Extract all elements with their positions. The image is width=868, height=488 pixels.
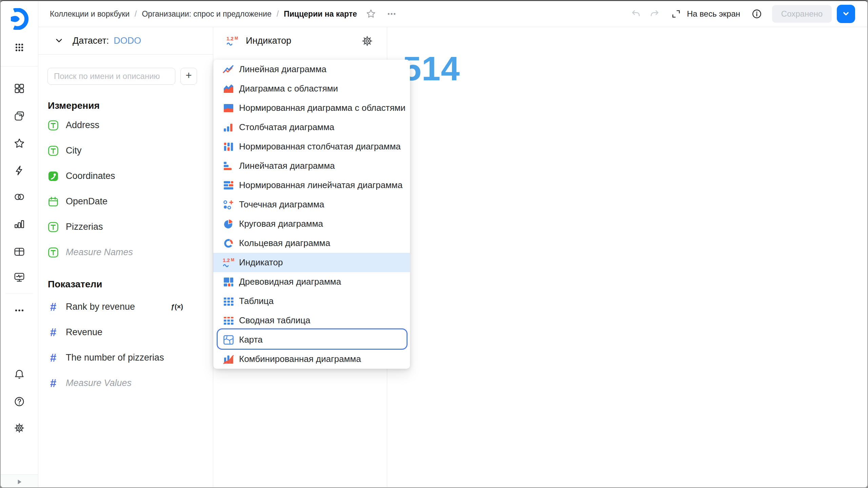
pivot-table-icon: [222, 314, 235, 327]
menu-item-line-chart[interactable]: Линейная диаграмма: [213, 60, 410, 79]
menu-item-donut-chart[interactable]: Кольцевая диаграмма: [213, 233, 410, 253]
field-row-revenue[interactable]: Revenue: [38, 320, 213, 345]
indicator-icon: 1.2 M: [226, 35, 240, 47]
sidebar-item-favorites[interactable]: [14, 138, 25, 149]
normalized-area-chart-icon: [222, 102, 235, 114]
chart-type-selector[interactable]: 1.2 M Индикатор: [213, 27, 387, 55]
sidebar-item-collections[interactable]: [14, 110, 25, 122]
field-label: Measure Names: [66, 247, 133, 258]
notifications-bell-icon[interactable]: [14, 369, 25, 380]
sidebar-item-workbooks[interactable]: [14, 83, 25, 94]
indicator-icon: 1.2 M: [222, 257, 236, 268]
chart-preview-area: 514: [387, 27, 867, 487]
field-label: Measure Values: [66, 378, 132, 388]
sidebar-divider: [5, 293, 33, 293]
text-field-icon: [48, 145, 59, 156]
bar-chart-icon: [222, 160, 235, 172]
dataset-label: Датасет:: [73, 36, 109, 46]
menu-item-normalized-area-chart[interactable]: Нормированная диаграмма с областями: [213, 98, 410, 118]
sidebar-item-connections[interactable]: [14, 191, 25, 203]
fullscreen-button[interactable]: На весь экран: [687, 9, 740, 19]
info-icon[interactable]: [752, 9, 762, 19]
field-row-city[interactable]: City: [38, 138, 213, 163]
text-field-icon: [48, 120, 59, 131]
collapse-arrow-icon: [15, 478, 23, 486]
menu-item-area-chart[interactable]: Диаграмма с областями: [213, 79, 410, 98]
sidebar-item-quick-actions[interactable]: [14, 165, 25, 176]
sidebar-item-charts[interactable]: [14, 218, 25, 229]
breadcrumb-item[interactable]: Организации: спрос и предложение: [142, 9, 271, 19]
field-row-opendate[interactable]: OpenDate: [38, 189, 213, 214]
dataset-header: Датасет: DODO: [38, 27, 213, 55]
menu-item-normalized-column-chart[interactable]: Нормированная столбчатая диаграмма: [213, 137, 410, 156]
datalens-logo-icon[interactable]: [8, 8, 30, 30]
field-label: Coordinates: [66, 171, 115, 181]
svg-text:1.2: 1.2: [223, 257, 230, 263]
menu-item-normalized-bar-chart[interactable]: Нормированная линейчатая диаграмма: [213, 176, 410, 195]
field-row-address[interactable]: Address: [38, 113, 213, 138]
breadcrumb-item[interactable]: Коллекции и воркбуки: [50, 9, 130, 19]
menu-item-label: Карта: [239, 334, 263, 345]
field-row-measure-values[interactable]: Measure Values: [38, 370, 213, 396]
menu-item-label: Индикатор: [239, 257, 283, 268]
menu-item-label: Сводная таблица: [239, 315, 310, 326]
menu-item-indicator[interactable]: 1.2 M Индикатор: [213, 253, 410, 272]
normalized-bar-chart-icon: [222, 179, 235, 191]
formula-icon: ƒ(×): [171, 303, 183, 311]
treemap-chart-icon: [222, 276, 235, 288]
expand-icon[interactable]: [671, 9, 681, 19]
menu-item-bar-chart[interactable]: Линейчатая диаграмма: [213, 156, 410, 176]
redo-icon[interactable]: [650, 9, 660, 19]
apps-grid-icon[interactable]: [14, 42, 25, 53]
favorite-star-icon[interactable]: [366, 9, 376, 19]
fields-search-input[interactable]: [47, 68, 175, 85]
sidebar-item-more[interactable]: [14, 305, 25, 316]
field-label: Revenue: [66, 327, 102, 338]
field-row-number-of-pizzerias[interactable]: The number of pizzerias: [38, 345, 213, 370]
menu-item-label: Древовидная диаграмма: [239, 277, 341, 287]
menu-item-treemap-chart[interactable]: Древовидная диаграмма: [213, 272, 410, 291]
datalens-app: Коллекции и воркбуки / Организации: спро…: [0, 0, 868, 488]
chart-type-menu: Линейная диаграмма Диаграмма с областями…: [213, 60, 410, 369]
sidebar-collapse-button[interactable]: [1, 474, 38, 488]
field-row-rank-by-revenue[interactable]: Rank by revenue ƒ(×): [38, 294, 213, 320]
undo-icon[interactable]: [631, 9, 641, 19]
menu-item-pivot-table[interactable]: Сводная таблица: [213, 311, 410, 330]
svg-text:M: M: [231, 258, 234, 262]
field-label: Pizzerias: [66, 222, 103, 232]
help-icon[interactable]: [14, 396, 25, 407]
dataset-name-link[interactable]: DODO: [114, 36, 141, 46]
chart-type-current-label: Индикатор: [246, 36, 291, 46]
field-label: Address: [66, 120, 99, 130]
table-icon: [222, 295, 235, 307]
dimensions-title: Измерения: [48, 100, 213, 111]
sidebar-divider: [1, 66, 38, 66]
svg-text:1.2: 1.2: [226, 36, 234, 41]
menu-item-pie-chart[interactable]: Круговая диаграмма: [213, 214, 410, 233]
menu-item-table[interactable]: Таблица: [213, 291, 410, 311]
dataset-panel: Датасет: DODO + Измерения Address: [38, 27, 213, 487]
menu-item-scatter-chart[interactable]: Точечная диаграмма: [213, 195, 410, 214]
menu-item-label: Таблица: [239, 296, 274, 306]
line-chart-icon: [222, 63, 235, 76]
number-field-icon: [48, 327, 59, 338]
field-label: OpenDate: [66, 196, 107, 207]
field-row-measure-names[interactable]: Measure Names: [38, 240, 213, 265]
menu-item-combo-chart[interactable]: Комбинированная диаграмма: [213, 349, 410, 369]
menu-item-label: Нормированная диаграмма с областями: [239, 103, 406, 113]
text-field-icon: [48, 247, 59, 258]
breadcrumb-separator: /: [277, 9, 279, 19]
field-row-pizzerias[interactable]: Pizzerias: [38, 214, 213, 240]
chart-settings-gear-icon[interactable]: [361, 35, 373, 47]
sidebar-item-datasets[interactable]: [14, 246, 25, 258]
menu-item-column-chart[interactable]: Столбчатая диаграмма: [213, 118, 410, 137]
field-row-coordinates[interactable]: Coordinates: [38, 163, 213, 189]
menu-item-map[interactable]: Карта: [213, 330, 410, 349]
settings-gear-icon[interactable]: [14, 422, 25, 434]
add-field-button[interactable]: +: [180, 68, 197, 85]
save-button[interactable]: Сохранено: [772, 5, 832, 23]
chevron-down-icon[interactable]: [55, 36, 64, 45]
save-menu-button[interactable]: [837, 5, 855, 23]
sidebar-item-dashboards[interactable]: [14, 271, 25, 283]
more-icon[interactable]: [387, 9, 396, 19]
